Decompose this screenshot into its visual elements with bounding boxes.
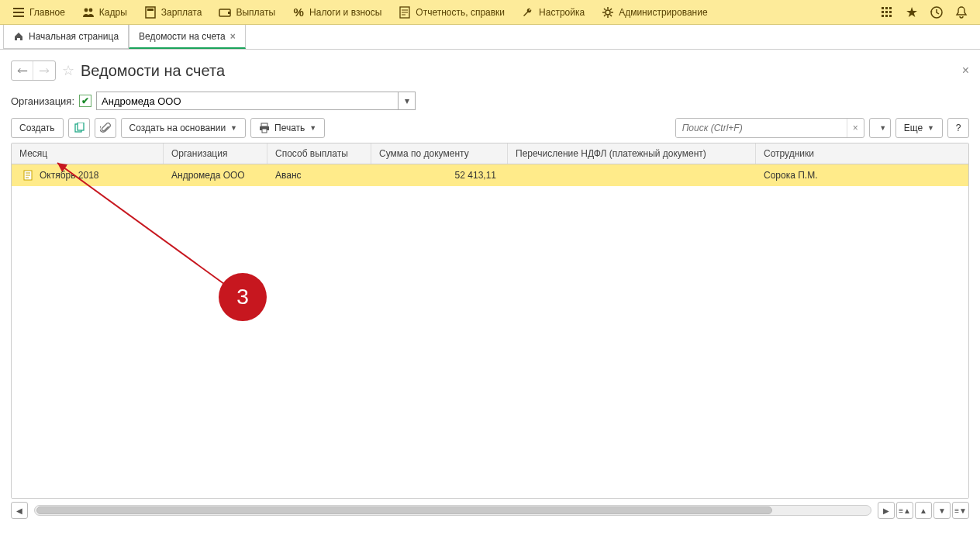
print-button[interactable]: Печать▼ — [250, 118, 325, 138]
page-close-icon[interactable]: × — [962, 64, 969, 78]
h-scrollbar[interactable] — [34, 505, 871, 516]
copy-button[interactable] — [68, 118, 90, 138]
svg-rect-5 — [228, 12, 230, 14]
menu-label: Выплаты — [236, 7, 275, 18]
gear-icon — [602, 6, 614, 19]
col-ndfl[interactable]: Перечисление НДФЛ (платежный документ) — [508, 143, 756, 164]
main-menu-bar: Главное Кадры Зарплата Выплаты % Налоги … — [0, 0, 980, 25]
menu-hr[interactable]: Кадры — [74, 0, 135, 25]
org-label: Организация: — [11, 95, 74, 107]
col-sum[interactable]: Сумма по документу — [371, 143, 508, 164]
svg-point-0 — [84, 8, 88, 12]
home-icon — [13, 31, 24, 42]
cell-sum: 52 413,11 — [371, 170, 508, 181]
document-icon — [22, 170, 33, 181]
svg-point-1 — [88, 8, 92, 12]
svg-rect-10 — [889, 7, 892, 9]
wallet-icon — [219, 6, 231, 19]
svg-rect-20 — [261, 123, 267, 126]
svg-rect-16 — [889, 15, 892, 17]
history-icon[interactable] — [929, 5, 944, 20]
menu-taxes[interactable]: % Налоги и взносы — [285, 0, 389, 25]
row-up-icon[interactable]: ▲ — [915, 502, 932, 519]
menu-label: Налоги и взносы — [309, 7, 381, 18]
tab-label: Начальная страница — [29, 31, 119, 42]
wrench-icon — [522, 6, 534, 19]
menu-label: Кадры — [99, 7, 127, 18]
tab-home[interactable]: Начальная страница — [3, 25, 129, 49]
calculator-icon — [144, 6, 157, 19]
search-field: × — [675, 118, 864, 138]
annotation-badge: 3 — [219, 273, 267, 321]
create-from-button[interactable]: Создать на основании▼ — [121, 118, 246, 138]
svg-rect-11 — [882, 11, 884, 13]
grid-footer: ◀ ▶ ≡▲ ▲ ▼ ≡▼ — [11, 502, 969, 519]
menu-label: Администрирование — [619, 7, 707, 18]
svg-rect-8 — [882, 7, 884, 9]
nav-history: 🡐 🡒 — [11, 60, 56, 81]
apps-icon[interactable] — [879, 5, 895, 20]
svg-point-7 — [606, 10, 610, 15]
menu-label: Главное — [29, 7, 65, 18]
forward-button[interactable]: 🡒 — [33, 61, 55, 80]
create-button[interactable]: Создать — [11, 118, 64, 138]
search-clear-icon[interactable]: × — [847, 119, 864, 137]
svg-rect-3 — [147, 9, 154, 11]
svg-rect-14 — [882, 15, 884, 17]
people-icon — [82, 6, 95, 19]
percent-icon: % — [292, 6, 305, 19]
menu-reports[interactable]: Отчетность, справки — [391, 0, 512, 25]
svg-rect-9 — [885, 7, 888, 9]
menu-label: Настройка — [539, 7, 585, 18]
menu-label: Зарплата — [161, 7, 202, 18]
page-content: 🡐 🡒 ☆ Ведомости на счета × Организация: … — [0, 50, 980, 525]
search-button[interactable]: ▼ — [869, 118, 891, 138]
svg-rect-15 — [885, 15, 888, 17]
scroll-right-icon[interactable]: ▶ — [878, 502, 895, 519]
svg-rect-22 — [262, 129, 267, 133]
tab-label: Ведомости на счета — [139, 31, 226, 42]
svg-rect-13 — [889, 11, 892, 13]
bell-icon[interactable] — [954, 5, 969, 20]
more-button[interactable]: Еще▼ — [895, 118, 943, 138]
help-button[interactable]: ? — [947, 118, 969, 138]
back-button[interactable]: 🡐 — [12, 61, 33, 80]
org-checkbox[interactable]: ✔ — [79, 95, 91, 107]
org-input[interactable] — [96, 92, 399, 110]
printer-icon — [259, 123, 270, 133]
row-first-icon[interactable]: ≡▲ — [896, 502, 913, 519]
close-icon[interactable]: × — [230, 31, 236, 42]
menu-main[interactable]: Главное — [5, 0, 73, 25]
svg-line-25 — [57, 163, 233, 290]
col-emp[interactable]: Сотрудники — [756, 143, 968, 164]
menu-admin[interactable]: Администрирование — [594, 0, 715, 25]
star-icon[interactable]: ★ — [904, 5, 920, 20]
svg-rect-19 — [78, 123, 84, 130]
tab-bar: Начальная страница Ведомости на счета × — [0, 25, 980, 50]
row-down-icon[interactable]: ▼ — [933, 502, 951, 519]
org-dropdown-button[interactable]: ▾ — [399, 92, 416, 110]
menu-payments[interactable]: Выплаты — [211, 0, 283, 25]
cell-emp: Сорока П.М. — [756, 170, 968, 181]
tab-statements[interactable]: Ведомости на счета × — [129, 25, 246, 49]
menu-settings[interactable]: Настройка — [514, 0, 592, 25]
search-input[interactable] — [676, 119, 847, 137]
scroll-left-icon[interactable]: ◀ — [11, 502, 28, 519]
svg-rect-12 — [885, 11, 888, 13]
favorite-star-icon[interactable]: ☆ — [62, 62, 74, 79]
report-icon — [399, 6, 411, 19]
page-title: Ведомости на счета — [81, 62, 225, 80]
menu-label: Отчетность, справки — [416, 7, 505, 18]
hamburger-icon — [12, 6, 25, 19]
menu-salary[interactable]: Зарплата — [136, 0, 210, 25]
attach-button[interactable] — [95, 118, 116, 138]
row-last-icon[interactable]: ≡▼ — [952, 502, 969, 519]
